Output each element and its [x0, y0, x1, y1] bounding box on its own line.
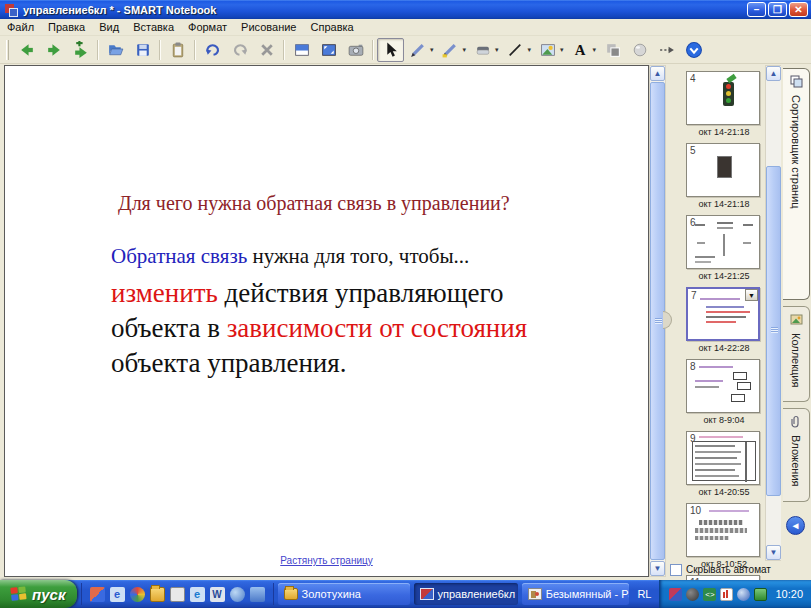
creative-pen-icon[interactable]	[437, 38, 464, 62]
menu-insert[interactable]: Вставка	[126, 19, 181, 35]
capture-icon[interactable]	[342, 38, 369, 62]
windows-taskbar: пуск e e W Золотухина управление6кл * - …	[0, 580, 811, 608]
quick-launch-icon-7[interactable]: W	[210, 587, 225, 602]
quick-launch-icon-2[interactable]: e	[110, 587, 125, 602]
taskbar-button-notebook[interactable]: управление6кл * - ...	[414, 583, 518, 605]
menu-help[interactable]: Справка	[304, 19, 361, 35]
notebook-page-canvas[interactable]: Для чего нужна обратная связь в управлен…	[4, 65, 649, 577]
quick-launch-icon-1[interactable]	[90, 587, 105, 602]
line-dropdown-icon[interactable]: ▾	[528, 46, 532, 54]
tray-icon-3[interactable]: <>	[703, 588, 716, 601]
delete-icon[interactable]	[253, 38, 280, 62]
folder-icon	[284, 588, 298, 600]
pen-icon[interactable]	[404, 38, 431, 62]
select-icon[interactable]	[377, 38, 404, 62]
minimize-icon[interactable]: –	[747, 2, 766, 17]
slide-thumbnail-10[interactable]: 10 окт 8-10:52	[686, 503, 762, 569]
screen-shade-icon[interactable]	[288, 38, 315, 62]
taskbar-button-paint[interactable]: Безымянный - Paint	[522, 583, 630, 605]
previous-page-icon[interactable]	[13, 38, 40, 62]
thumbnail-caption: окт 14-22:28	[686, 343, 762, 353]
close-icon[interactable]: ✕	[789, 2, 808, 17]
menu-edit[interactable]: Правка	[41, 19, 92, 35]
slide-thumbnail-8[interactable]: 8 окт 8-9:04	[686, 359, 762, 425]
text-icon[interactable]: A	[567, 38, 594, 62]
quick-launch-icon-9[interactable]	[250, 587, 265, 602]
redo-icon[interactable]	[226, 38, 253, 62]
quick-launch-icon-3[interactable]	[130, 587, 145, 602]
thumbnail-caption: окт 14-21:18	[686, 127, 762, 137]
slide-thumbnail-4[interactable]: 4 окт 14-21:18	[686, 71, 762, 137]
quick-launch-icon-8[interactable]	[230, 587, 245, 602]
tray-icon-4[interactable]	[720, 588, 733, 601]
page-sorter-panel: 4 окт 14-21:18 5 окт 14-21:18 6	[666, 64, 765, 580]
taskbar-button-folder[interactable]: Золотухина	[278, 583, 410, 605]
sidebar-scroll-down-icon[interactable]: ▼	[766, 545, 781, 560]
insert-picture-dropdown-icon[interactable]: ▾	[560, 46, 564, 54]
quick-launch-icon-6[interactable]: e	[190, 587, 205, 602]
tray-icon-5[interactable]	[737, 588, 750, 601]
collapse-panel-arrow-icon[interactable]: ◄	[786, 516, 805, 535]
paste-icon[interactable]	[164, 38, 191, 62]
group-icon[interactable]	[599, 38, 626, 62]
eraser-icon[interactable]	[469, 38, 496, 62]
add-page-icon[interactable]	[67, 38, 94, 62]
title-bar: управление6кл * - SMART Notebook – ❐ ✕	[0, 0, 811, 19]
tab-label: Коллекция	[790, 333, 802, 387]
menu-file[interactable]: Файл	[0, 19, 41, 35]
stretch-page-link[interactable]: Растянуть страницу	[280, 555, 373, 566]
scroll-down-icon[interactable]: ▼	[650, 561, 665, 576]
svg-text:A: A	[575, 42, 586, 58]
undo-icon[interactable]	[199, 38, 226, 62]
thumbnail-caption: окт 8-9:04	[686, 415, 762, 425]
p1-rest-text: нужна для того, чтобы...	[247, 244, 469, 268]
taskbar-clock[interactable]: 10:20	[775, 588, 803, 600]
autohide-row: Скрывать автомат	[670, 561, 810, 578]
save-icon[interactable]	[129, 38, 156, 62]
restore-icon[interactable]: ❐	[768, 2, 787, 17]
line-icon[interactable]	[502, 38, 529, 62]
tab-label: Вложения	[790, 435, 802, 487]
tray-icon-2[interactable]	[686, 588, 699, 601]
paint-icon	[528, 588, 542, 600]
tab-gallery[interactable]: Коллекция	[783, 306, 810, 402]
tab-attachments[interactable]: Вложения	[783, 408, 810, 502]
open-icon[interactable]	[102, 38, 129, 62]
quick-launch-icon-5[interactable]	[170, 587, 185, 602]
autohide-checkbox[interactable]	[670, 564, 682, 576]
move-toolbar-icon[interactable]	[680, 38, 707, 62]
menu-view[interactable]: Вид	[92, 19, 126, 35]
start-button[interactable]: пуск	[0, 580, 77, 608]
sidebar-scrollbar[interactable]: ▲ ▼	[765, 65, 782, 561]
window-title: управление6кл * - SMART Notebook	[23, 4, 747, 16]
scroll-up-icon[interactable]: ▲	[650, 66, 665, 81]
quick-launch-bar: e e W	[81, 583, 274, 605]
quick-launch-icon-4[interactable]	[150, 587, 165, 602]
pen-dropdown-icon[interactable]: ▾	[430, 46, 434, 54]
tray-icon-1[interactable]	[669, 588, 682, 601]
thumbnail-number: 7	[691, 290, 697, 301]
sidebar-scroll-up-icon[interactable]: ▲	[766, 66, 781, 81]
insert-picture-icon[interactable]	[534, 38, 561, 62]
slide-thumbnail-9[interactable]: 9 окт 14-20:55	[686, 431, 762, 497]
menu-format[interactable]: Формат	[181, 19, 234, 35]
language-indicator[interactable]: RL	[629, 588, 659, 600]
next-page-icon[interactable]	[40, 38, 67, 62]
slide-thumbnail-6[interactable]: 6 окт 14-21:25	[686, 215, 762, 281]
transparency-icon[interactable]	[626, 38, 653, 62]
menu-draw[interactable]: Рисование	[234, 19, 303, 35]
eraser-dropdown-icon[interactable]: ▾	[495, 46, 499, 54]
slide-thumbnail-5[interactable]: 5 окт 14-21:18	[686, 143, 762, 209]
full-screen-icon[interactable]	[315, 38, 342, 62]
p2-red-text-1: изменить	[111, 278, 218, 308]
paperclip-icon	[790, 414, 803, 432]
thumbnail-menu-icon[interactable]: ▼	[745, 289, 758, 301]
creative-pen-dropdown-icon[interactable]: ▾	[463, 46, 467, 54]
tab-page-sorter[interactable]: Сортировщик страниц	[783, 68, 810, 300]
sidebar-scrollbar-thumb[interactable]	[766, 166, 781, 496]
tray-icon-6[interactable]	[754, 588, 767, 601]
slide-heading: Для чего нужна обратная связь в управлен…	[118, 192, 510, 215]
measure-icon[interactable]	[653, 38, 680, 62]
slide-thumbnail-7-selected[interactable]: 7 ▼ окт 14-22:28	[686, 287, 762, 353]
text-dropdown-icon[interactable]: ▾	[593, 46, 597, 54]
